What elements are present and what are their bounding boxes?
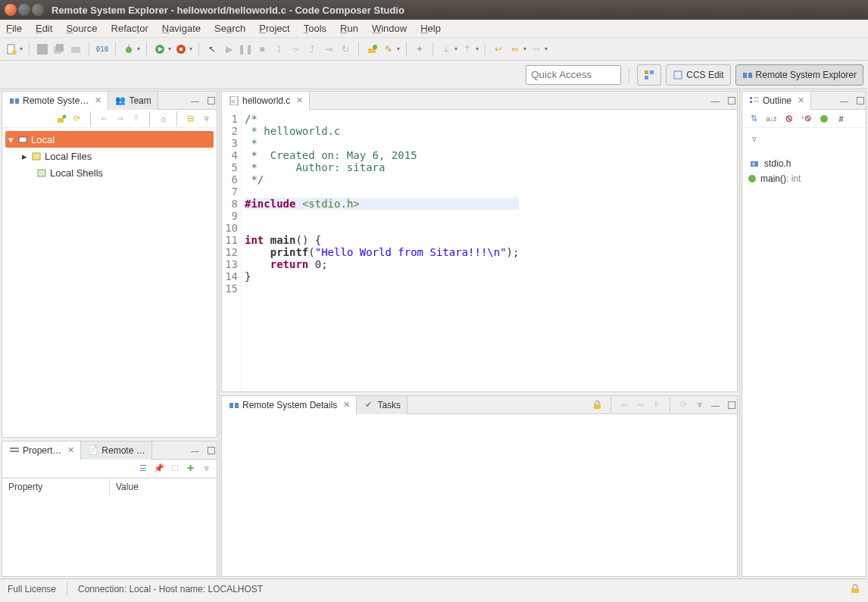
tree-view-icon[interactable]: ☰ <box>137 463 148 474</box>
tab-team[interactable]: 👥 Team <box>108 92 158 110</box>
minimize-view-icon[interactable]: — <box>838 95 850 106</box>
back-icon[interactable]: ⇐ <box>98 113 110 124</box>
tab-tasks[interactable]: ✔ Tasks <box>357 396 407 414</box>
alpha-sort-icon[interactable]: a↓z <box>766 113 777 124</box>
menu-help[interactable]: Help <box>420 23 441 34</box>
save-icon[interactable] <box>36 42 49 56</box>
dropdown-arrow-icon[interactable]: ▾ <box>20 45 23 52</box>
pin-icon[interactable]: 📌 <box>153 463 164 474</box>
close-window-button[interactable] <box>5 4 17 16</box>
remote-systems-tree[interactable]: ▾ Local ▸ Local Files Local Shells <box>2 128 217 184</box>
open-perspective-button[interactable] <box>637 64 661 86</box>
value-column-header[interactable]: Value <box>110 479 217 495</box>
collapse-all-icon[interactable]: ⊟ <box>185 113 196 124</box>
close-icon[interactable]: ✕ <box>798 95 804 105</box>
new-icon[interactable] <box>5 42 18 56</box>
step-return-icon[interactable]: ⤴ <box>305 42 319 56</box>
menu-file[interactable]: File <box>6 23 22 34</box>
forward-icon[interactable]: ⇒ <box>529 42 543 56</box>
new-prop-icon[interactable]: ✚ <box>185 463 196 474</box>
toggle-mark-icon[interactable]: ✦ <box>413 42 426 56</box>
stop-icon[interactable]: ■ <box>255 42 269 56</box>
code-editor[interactable]: 123456789101112131415 /* * helloworld.c … <box>222 110 737 391</box>
dropdown-arrow-icon[interactable]: ▾ <box>454 45 457 52</box>
new-connection-icon[interactable] <box>55 113 67 124</box>
green-dot-icon[interactable] <box>818 113 829 124</box>
close-icon[interactable]: ✕ <box>67 445 74 455</box>
next-annotation-icon[interactable]: ⇣ <box>439 42 453 56</box>
tab-outline[interactable]: Outline ✕ <box>742 92 811 110</box>
debug-bug-icon[interactable] <box>122 42 136 56</box>
tab-remote-systems[interactable]: Remote Syste… ✕ <box>2 92 108 110</box>
hide-fields-icon[interactable]: 🛇 <box>783 113 795 124</box>
tab-properties[interactable]: Propert… ✕ <box>2 441 81 460</box>
up-icon[interactable]: ⇑ <box>651 399 662 410</box>
minimize-view-icon[interactable]: — <box>710 399 721 410</box>
forward-icon[interactable]: ⇒ <box>635 399 646 410</box>
resume-icon[interactable]: ▶ <box>222 42 236 56</box>
maximize-view-icon[interactable] <box>726 95 737 106</box>
hide-static-icon[interactable]: ˢ🛇 <box>801 113 812 124</box>
home-icon[interactable]: ⌂ <box>158 113 169 124</box>
close-icon[interactable]: ✕ <box>95 95 101 105</box>
view-menu-icon[interactable]: ▿ <box>201 113 212 124</box>
menu-window[interactable]: Window <box>372 23 407 34</box>
minimize-view-icon[interactable]: — <box>189 95 201 106</box>
outline-item-include[interactable]: # stdio.h <box>745 155 863 171</box>
step-into-icon[interactable]: ⤵ <box>272 42 286 56</box>
pointer-icon[interactable]: ↖ <box>205 42 219 56</box>
tree-node-local[interactable]: ▾ Local <box>5 131 214 148</box>
pause-icon[interactable]: ❚❚ <box>239 42 252 56</box>
view-menu-icon[interactable]: ▿ <box>694 399 705 410</box>
menu-navigate[interactable]: Navigate <box>162 23 201 34</box>
expand-icon[interactable]: ▸ <box>22 151 27 162</box>
back-icon[interactable]: ⇐ <box>508 42 522 56</box>
tab-remote-system-details[interactable]: Remote System Details ✕ <box>222 396 357 414</box>
tree-node-local-files[interactable]: ▸ Local Files <box>5 148 214 164</box>
menu-tools[interactable]: Tools <box>304 23 326 34</box>
minimize-view-icon[interactable]: — <box>189 444 201 456</box>
menu-project[interactable]: Project <box>259 23 289 34</box>
restart-icon[interactable]: ↻ <box>339 42 352 56</box>
wand-icon[interactable]: ✎ <box>382 42 395 56</box>
step-asm-icon[interactable]: ⇥ <box>322 42 336 56</box>
up-icon[interactable]: ⇑ <box>130 113 142 124</box>
code-content[interactable]: /* * helloworld.c * * Created on: May 6,… <box>242 110 519 391</box>
maximize-view-icon[interactable] <box>205 444 217 456</box>
property-column-header[interactable]: Property <box>2 479 110 495</box>
filter-icon[interactable]: ☐ <box>169 463 180 474</box>
maximize-view-icon[interactable] <box>854 95 866 106</box>
refresh-icon[interactable]: ⟳ <box>678 399 689 410</box>
prev-annotation-icon[interactable]: ⇡ <box>461 42 474 56</box>
forward-icon[interactable]: ⇒ <box>114 113 126 124</box>
perspective-remote-system-explorer[interactable]: Remote System Explorer <box>735 64 863 86</box>
print-icon[interactable] <box>69 42 83 56</box>
maximize-view-icon[interactable] <box>205 95 217 106</box>
tree-node-local-shells[interactable]: Local Shells <box>5 164 214 181</box>
maximize-window-button[interactable] <box>32 4 44 16</box>
perspective-ccs-edit[interactable]: CCS Edit <box>666 64 730 86</box>
dropdown-arrow-icon[interactable]: ▾ <box>168 45 171 52</box>
back-icon[interactable]: ⇐ <box>619 399 630 410</box>
maximize-view-icon[interactable] <box>726 399 737 410</box>
close-icon[interactable]: ✕ <box>343 400 350 410</box>
refresh-icon[interactable]: ⟳ <box>71 113 83 124</box>
dropdown-arrow-icon[interactable]: ▾ <box>397 45 400 52</box>
expand-icon[interactable]: ▾ <box>8 134 14 145</box>
dropdown-arrow-icon[interactable]: ▾ <box>476 45 479 52</box>
menu-refactor[interactable]: Refactor <box>111 23 148 34</box>
step-over-icon[interactable]: ⤼ <box>289 42 302 56</box>
tab-editor-helloworld[interactable]: c helloworld.c ✕ <box>222 92 310 110</box>
save-all-icon[interactable] <box>52 42 66 56</box>
lock-icon[interactable] <box>592 399 603 410</box>
menu-run[interactable]: Run <box>340 23 358 34</box>
view-menu-icon[interactable]: ▿ <box>201 463 212 474</box>
external-tools-icon[interactable] <box>174 42 188 56</box>
outline-item-main[interactable]: main(): int <box>745 171 863 186</box>
dropdown-arrow-icon[interactable]: ▾ <box>189 45 192 52</box>
quick-access-input[interactable] <box>526 65 621 85</box>
dropdown-arrow-icon[interactable]: ▾ <box>137 45 140 52</box>
status-lock-icon[interactable] <box>849 582 860 594</box>
dropdown-arrow-icon[interactable]: ▾ <box>545 45 548 52</box>
sort-icon[interactable]: ⇅ <box>748 113 760 124</box>
